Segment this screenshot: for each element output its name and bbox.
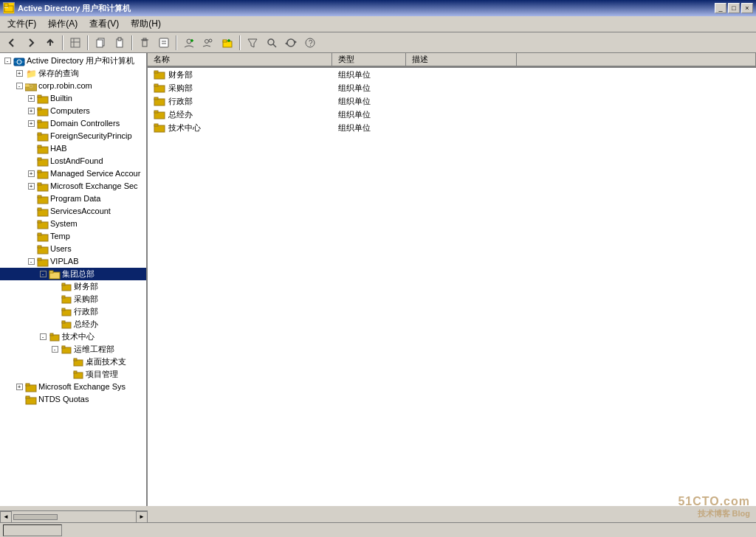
tree-item-users[interactable]: Users [0, 243, 146, 255]
tree-expander-progdata [25, 193, 37, 205]
msex-icon [37, 181, 49, 193]
new-group-button[interactable] [199, 35, 217, 51]
list-row-3[interactable]: 行政部 组织单位 [148, 94, 756, 108]
properties-button[interactable] [155, 35, 173, 51]
find-button[interactable] [263, 35, 281, 51]
forward-button[interactable] [22, 35, 40, 51]
tree-item-corp[interactable]: - corp.robin.com [0, 80, 146, 92]
menu-help[interactable]: 帮助(H) [125, 17, 167, 32]
tree-item-zhuomian[interactable]: 桌面技术支 [0, 356, 146, 368]
jishu-icon [49, 331, 61, 343]
tree-expander-viplab[interactable]: - [25, 256, 37, 268]
tree-expander-msex[interactable]: + [25, 181, 37, 193]
tree-item-yunwei[interactable]: - 运维工程部 [0, 343, 146, 356]
tree-expander-builtin[interactable]: + [25, 93, 37, 105]
tree-item-builtin[interactable]: + Builtin [0, 92, 146, 105]
tree-item-dc[interactable]: + Domain Controllers [0, 117, 146, 130]
maximize-button[interactable]: □ [728, 3, 740, 13]
col-header-name[interactable]: 名称 [148, 53, 332, 67]
menu-view[interactable]: 查看(V) [83, 17, 125, 32]
tree-expander-saved[interactable]: + [13, 68, 25, 80]
list-row-1[interactable]: 财务部 组织单位 [148, 68, 756, 81]
tree-item-system[interactable]: System [0, 218, 146, 230]
scrollbar-horizontal[interactable]: ◄ ► [0, 510, 148, 522]
list-row-2[interactable]: 采购部 组织单位 [148, 81, 756, 94]
svg-rect-47 [38, 145, 41, 148]
tree-expander-managed[interactable]: + [25, 168, 37, 180]
refresh-button[interactable] [282, 35, 300, 51]
tree-item-root[interactable]: - Active Directory 用户和计算机 [0, 55, 146, 67]
tree-item-hab[interactable]: HAB [0, 142, 146, 155]
tree-item-jishu[interactable]: - 技术中心 [0, 330, 146, 343]
caiwu-icon [61, 281, 72, 293]
tree-label-foreign: ForeignSecurityPrincip [50, 130, 132, 142]
menu-action[interactable]: 操作(A) [42, 17, 83, 32]
list-row-4[interactable]: 总经办 组织单位 [148, 108, 756, 121]
list-row-5[interactable]: 技术中心 组织单位 [148, 121, 756, 134]
tree-label-msex: Microsoft Exchange Sec [50, 180, 138, 193]
col-header-desc[interactable]: 描述 [406, 53, 517, 67]
tree-expander-msexsys[interactable]: + [13, 381, 25, 393]
tree-item-temp[interactable]: Temp [0, 230, 146, 243]
toolbar: ? [0, 32, 756, 53]
tree-expander-computers[interactable]: + [25, 105, 37, 117]
scrollbar-track [13, 514, 134, 520]
tree-item-xingzheng[interactable]: 行政部 [0, 305, 146, 318]
tree-item-xiangmu[interactable]: 项目管理 [0, 368, 146, 381]
tree-item-jituan[interactable]: - 集团总部 [0, 268, 146, 280]
tree-item-computers[interactable]: + Computers [0, 105, 146, 117]
svg-rect-43 [38, 120, 41, 122]
minimize-button[interactable]: _ [715, 3, 726, 13]
new-user-button[interactable] [180, 35, 198, 51]
tree-item-caigou[interactable]: 采购部 [0, 293, 146, 305]
menu-file[interactable]: 文件(F) [1, 17, 42, 32]
tree-expander-dc[interactable]: + [25, 118, 37, 130]
tree-item-viplab[interactable]: - VIPLAB [0, 255, 146, 268]
paste-button[interactable] [111, 35, 128, 51]
svg-rect-81 [74, 358, 77, 361]
copy-button[interactable] [92, 35, 109, 51]
jituan-icon [49, 268, 61, 280]
toolbar-sep-2 [87, 35, 89, 50]
toolbar-sep-1 [62, 35, 63, 50]
svg-rect-9 [118, 38, 121, 41]
tree-item-lostfound[interactable]: LostAndFound [0, 155, 146, 167]
list-cell-desc-3 [406, 94, 517, 108]
tree-item-managed[interactable]: + Managed Service Accour [0, 167, 146, 180]
tree-label-zjb: 总经办 [74, 318, 98, 330]
tree-item-ms-exchange-sec[interactable]: + Microsoft Exchange Sec [0, 180, 146, 193]
tree-item-ntds[interactable]: NTDS Quotas [0, 393, 146, 406]
close-button[interactable]: × [741, 3, 753, 13]
tree-item-progdata[interactable]: Program Data [0, 193, 146, 205]
tree-item-caiwu[interactable]: 财务部 [0, 280, 146, 293]
scrollbar-thumb[interactable] [13, 514, 58, 520]
tree-expander-root[interactable]: - [1, 55, 13, 67]
show-tree-button[interactable] [66, 35, 84, 51]
tree-expander-system [25, 218, 37, 230]
scroll-right-button[interactable]: ► [136, 511, 148, 523]
tree-expander-jituan[interactable]: - [37, 268, 49, 280]
system-icon [37, 218, 49, 230]
list-cell-extra-5 [517, 121, 756, 134]
tree-item-zjb[interactable]: 总经办 [0, 318, 146, 330]
users-icon [37, 243, 49, 255]
tree-expander-yunwei[interactable]: - [49, 344, 61, 356]
tree-item-msex-sys[interactable]: + Microsoft Exchange Sys [0, 381, 146, 393]
up-button[interactable] [41, 35, 59, 51]
filter-button[interactable] [244, 35, 261, 51]
back-button[interactable] [3, 35, 21, 51]
col-header-type[interactable]: 类型 [332, 53, 406, 67]
scroll-left-button[interactable]: ◄ [0, 511, 12, 523]
help-button[interactable]: ? [301, 35, 319, 51]
left-panel: - Active Directory 用户和计算机 + [0, 53, 148, 506]
svg-rect-63 [38, 246, 41, 248]
tree-item-svcacct[interactable]: ServicesAccount [0, 205, 146, 218]
new-ou-button[interactable] [219, 35, 236, 51]
delete-button[interactable] [136, 35, 154, 51]
tree-item-saved-queries[interactable]: + 📁 保存的查询 [0, 67, 146, 80]
tree-expander-jishu[interactable]: - [37, 331, 49, 343]
svg-rect-77 [50, 333, 53, 336]
svg-rect-13 [159, 38, 168, 47]
tree-item-foreign[interactable]: ForeignSecurityPrincip [0, 130, 146, 142]
tree-expander-corp[interactable]: - [13, 80, 25, 92]
